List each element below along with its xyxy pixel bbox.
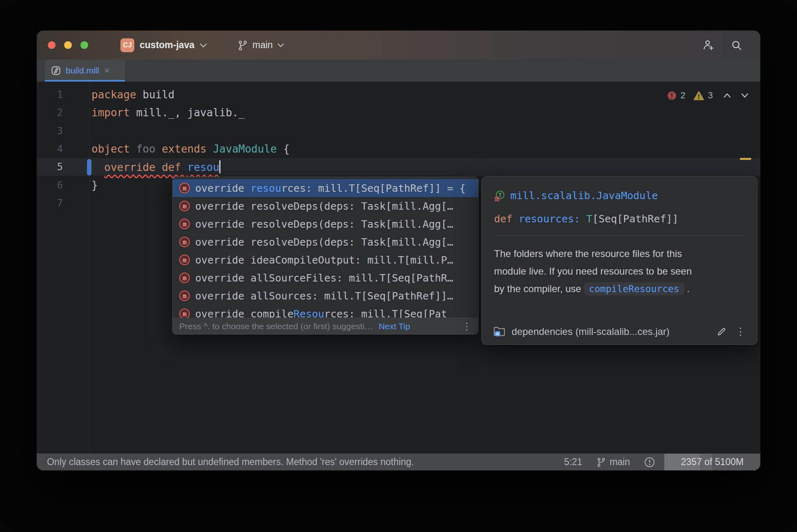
- method-icon: m: [179, 255, 190, 265]
- completion-item[interactable]: moverride compileResources: mill.T[Seq[P…: [173, 305, 478, 318]
- titlebar-actions: [703, 39, 760, 51]
- method-icon: m: [179, 201, 190, 211]
- chevron-down-icon: [277, 43, 284, 47]
- zoom-window-button[interactable]: [80, 41, 88, 49]
- completion-item-label: override ideaCompileOutput: mill.T[mill.…: [195, 254, 453, 266]
- method-icon: m: [179, 308, 190, 318]
- gutter-separator: [89, 82, 90, 453]
- doc-signature: def resources: T[Seq[PathRef]]: [494, 213, 746, 225]
- completion-item-label: override allSourceFiles: mill.T[Seq[Path…: [195, 272, 453, 284]
- line-number[interactable]: 2: [37, 107, 63, 118]
- status-bar: Only classes can have declared but undef…: [37, 453, 760, 470]
- doc-more-icon[interactable]: ⋮: [733, 326, 748, 337]
- code-text: package build: [91, 89, 175, 101]
- doc-source-label: dependencies (mill-scalalib...ces.jar): [512, 326, 710, 337]
- chevron-down-icon: [200, 43, 207, 48]
- text-caret: [219, 160, 220, 173]
- project-name: custom-java: [140, 40, 194, 51]
- completion-item-label: override resources: mill.T[Seq[PathRef]]…: [195, 182, 465, 194]
- completion-item[interactable]: moverride allSources: mill.T[Seq[PathRef…: [173, 287, 478, 305]
- completion-popup: moverride resources: mill.T[Seq[PathRef]…: [172, 177, 479, 335]
- memory-indicator[interactable]: 2357 of 5100M: [664, 454, 760, 470]
- code-text: override def resou: [91, 160, 220, 173]
- caret-position-widget[interactable]: 5:21: [564, 457, 582, 468]
- completion-item[interactable]: moverride resolveDeps(deps: Task[mill.Ag…: [173, 215, 478, 233]
- line-number[interactable]: 3: [37, 125, 63, 137]
- completion-item[interactable]: moverride resources: mill.T[Seq[PathRef]…: [173, 179, 478, 197]
- status-branch-widget[interactable]: main: [596, 457, 630, 468]
- doc-divider: [494, 235, 746, 236]
- editor-tab-bar: build.mill ×: [37, 60, 760, 82]
- vcs-change-marker[interactable]: [87, 159, 91, 175]
- line-number[interactable]: 4: [37, 143, 63, 155]
- completion-item-label: override allSources: mill.T[Seq[PathRef]…: [195, 290, 453, 302]
- tab-build-mill[interactable]: build.mill ×: [45, 60, 125, 82]
- title-bar: CJ custom-java main: [37, 31, 760, 60]
- doc-header: T mill.scalalib.JavaModule: [494, 190, 746, 202]
- completion-item[interactable]: moverride resolveDeps(deps: Task[mill.Ag…: [173, 233, 478, 251]
- completion-item-label: override resolveDeps(deps: Task[mill.Agg…: [195, 200, 453, 212]
- tab-close-icon[interactable]: ×: [104, 66, 110, 75]
- error-count: 2: [681, 90, 686, 101]
- project-widget[interactable]: CJ custom-java: [120, 38, 207, 52]
- method-icon: m: [179, 273, 190, 283]
- library-folder-icon: [493, 326, 505, 337]
- warning-count: 3: [708, 90, 713, 101]
- method-icon: m: [179, 290, 190, 301]
- status-message: Only classes can have declared but undef…: [47, 457, 550, 468]
- notifications-icon[interactable]: [644, 457, 655, 468]
- ide-window: CJ custom-java main: [37, 31, 760, 470]
- compile-resources-chip[interactable]: compileResources: [584, 282, 684, 295]
- previous-problem-icon[interactable]: [723, 93, 731, 98]
- code-line-2[interactable]: 2import mill._, javalib._: [37, 104, 760, 122]
- code-text: import mill._, javalib._: [91, 106, 245, 119]
- completion-item-label: override resolveDeps(deps: Task[mill.Agg…: [195, 236, 453, 248]
- completion-more-icon[interactable]: ⋮: [455, 321, 472, 332]
- line-number[interactable]: 1: [37, 89, 63, 100]
- branch-widget[interactable]: main: [237, 40, 284, 51]
- completion-item[interactable]: moverride resolveDeps(deps: Task[mill.Ag…: [173, 197, 478, 215]
- git-branch-icon: [596, 457, 606, 467]
- inspections-widget[interactable]: 2 3: [667, 90, 749, 101]
- scrollbar-warning-stripe[interactable]: [740, 158, 751, 160]
- line-number[interactable]: 6: [37, 180, 63, 191]
- doc-qualified-name[interactable]: mill.scalalib.JavaModule: [510, 190, 658, 202]
- doc-description: The folders where the resource files for…: [494, 245, 746, 298]
- add-user-icon[interactable]: [703, 39, 715, 51]
- tab-label: build.mill: [66, 66, 99, 75]
- method-icon: m: [179, 237, 190, 247]
- status-branch-name: main: [610, 457, 630, 468]
- warning-icon: [693, 91, 704, 101]
- traffic-lights: [37, 41, 97, 49]
- code-line-3[interactable]: 3: [37, 122, 760, 140]
- minimize-window-button[interactable]: [64, 41, 72, 49]
- completion-item[interactable]: moverride ideaCompileOutput: mill.T[mill…: [173, 251, 478, 269]
- code-text: object foo extends JavaModule {: [91, 143, 289, 155]
- completion-item[interactable]: moverride allSourceFiles: mill.T[Seq[Pat…: [173, 269, 478, 287]
- code-line-4[interactable]: 4object foo extends JavaModule {: [37, 140, 760, 158]
- line-number[interactable]: 7: [37, 197, 63, 209]
- method-icon: m: [179, 219, 190, 229]
- code-text: }: [91, 179, 98, 191]
- code-line-5[interactable]: 5 override def resou: [37, 158, 760, 176]
- completion-footer: Press ^. to choose the selected (or firs…: [173, 318, 478, 334]
- trait-icon: T: [494, 190, 505, 202]
- edit-icon[interactable]: [717, 326, 727, 337]
- project-badge: CJ: [120, 38, 134, 52]
- completion-list: moverride resources: mill.T[Seq[PathRef]…: [173, 177, 478, 318]
- next-tip-link[interactable]: Next Tip: [378, 321, 410, 331]
- branch-name: main: [252, 40, 273, 51]
- next-problem-icon[interactable]: [741, 93, 749, 98]
- search-icon[interactable]: [731, 40, 742, 51]
- code-editor[interactable]: 1package build2import mill._, javalib._3…: [37, 82, 760, 453]
- mill-file-icon: [51, 66, 61, 75]
- memory-text: 2357 of 5100M: [681, 457, 744, 468]
- close-window-button[interactable]: [48, 41, 56, 49]
- documentation-popup: T mill.scalalib.JavaModule def resources…: [481, 176, 757, 345]
- completion-hint: Press ^. to choose the selected (or firs…: [179, 321, 373, 331]
- doc-footer: dependencies (mill-scalalib...ces.jar) ⋮: [493, 326, 748, 337]
- error-icon: [667, 91, 677, 101]
- git-branch-icon: [237, 40, 248, 51]
- code-line-1[interactable]: 1package build: [37, 86, 760, 104]
- line-number[interactable]: 5: [37, 161, 63, 173]
